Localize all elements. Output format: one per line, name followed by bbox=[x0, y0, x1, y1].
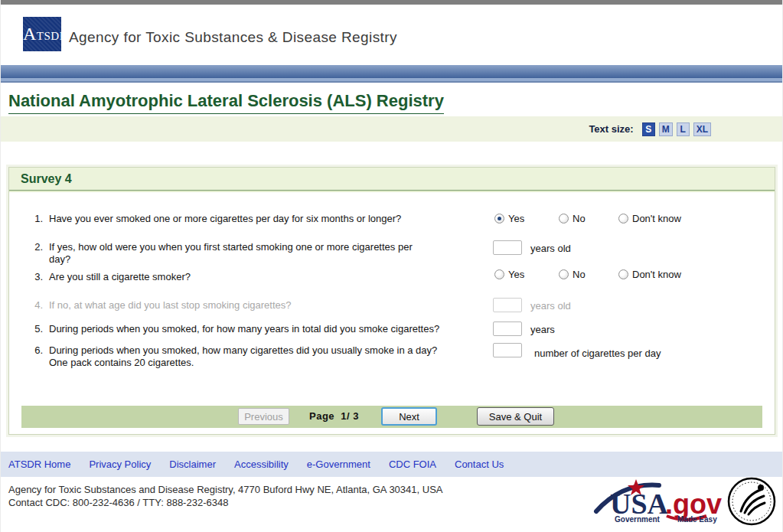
footer-link-disclaimer[interactable]: Disclaimer bbox=[169, 459, 216, 470]
text-size-button-xl[interactable]: XL bbox=[693, 122, 711, 136]
hhs-seal-icon[interactable] bbox=[726, 476, 777, 527]
input-suffix: number of cigarettes per day bbox=[534, 348, 661, 360]
question-text: During periods when you smoked, for how … bbox=[49, 323, 501, 335]
radio-option-no[interactable]: No bbox=[559, 269, 586, 281]
radio-selected-icon[interactable] bbox=[494, 214, 504, 224]
radio-option-label: Don't know bbox=[632, 213, 681, 224]
survey-title: Survey 4 bbox=[21, 172, 72, 186]
question-number: 2. bbox=[28, 241, 43, 253]
cigarettes-per-day-input[interactable] bbox=[493, 343, 522, 357]
years-smoked-input[interactable] bbox=[493, 321, 522, 336]
radio-option-label: Yes bbox=[508, 269, 524, 280]
question-line: If yes, how old were you when you first … bbox=[49, 241, 413, 253]
footer-address-line1: Agency for Toxic Substances and Disease … bbox=[8, 483, 443, 496]
radio-option-yes[interactable]: Yes bbox=[494, 269, 524, 281]
radio-icon[interactable] bbox=[559, 214, 569, 224]
footer-link-e-government[interactable]: e-Government bbox=[307, 459, 370, 470]
question-text: Have you ever smoked one or more cigaret… bbox=[49, 213, 489, 225]
question-number: 6. bbox=[28, 344, 43, 357]
radio-option-label: No bbox=[573, 269, 586, 280]
usagov-tagline-left: Government bbox=[615, 515, 661, 524]
age-stopped-input bbox=[493, 298, 522, 312]
footer-address: Agency for Toxic Substances and Disease … bbox=[8, 483, 443, 509]
footer-link-cdc-foia[interactable]: CDC FOIA bbox=[389, 459, 436, 470]
question-text: If yes, how old were you when you first … bbox=[49, 241, 489, 266]
text-size-label: Text size: bbox=[589, 123, 633, 135]
save-and-quit-button[interactable]: Save & Quit bbox=[477, 407, 554, 426]
atsdr-logo[interactable]: ATSDR bbox=[23, 17, 61, 51]
footer-link-accessibility[interactable]: Accessibility bbox=[234, 459, 289, 470]
page-label: Page bbox=[309, 410, 334, 422]
usagov-logo[interactable]: USA .gov Government Made Easy bbox=[592, 478, 723, 525]
page-value: 1/ 3 bbox=[341, 410, 359, 422]
question-line: One pack contains 20 cigarettes. bbox=[49, 357, 194, 368]
footer-address-line2: Contact CDC: 800-232-4636 / TTY: 888-232… bbox=[8, 496, 443, 509]
svg-text:Made Easy: Made Easy bbox=[677, 515, 717, 524]
radio-option-yes[interactable]: Yes bbox=[494, 213, 524, 225]
question-line: Are you still a cigarette smoker? bbox=[49, 271, 191, 282]
text-size-button-l[interactable]: L bbox=[677, 122, 690, 136]
usagov-logo-icon: USA .gov Government Made Easy bbox=[592, 478, 723, 525]
question-text: During periods when you smoked, how many… bbox=[49, 344, 501, 369]
page-title: National Amyotrophic Lateral Sclerosis (… bbox=[8, 91, 444, 114]
footer-links-bar: ATSDR Home Privacy Policy Disclaimer Acc… bbox=[1, 452, 782, 477]
question-number: 1. bbox=[28, 213, 43, 225]
usagov-tagline-right: Made Easy bbox=[677, 515, 717, 524]
radio-option-dont-know[interactable]: Don't know bbox=[618, 269, 681, 281]
page: ATSDR Agency for Toxic Substances & Dise… bbox=[0, 0, 783, 532]
footer-link-atsdr-home[interactable]: ATSDR Home bbox=[8, 459, 70, 470]
input-suffix: years old bbox=[530, 243, 571, 255]
page-indicator: Page 1/ 3 bbox=[309, 410, 359, 422]
input-suffix: years old bbox=[530, 300, 571, 312]
survey-panel: Survey 4 1. Have you ever smoked one or … bbox=[8, 167, 775, 435]
footer-link-contact-us[interactable]: Contact Us bbox=[455, 459, 504, 470]
radio-option-label: No bbox=[573, 213, 586, 224]
question-line: Have you ever smoked one or more cigaret… bbox=[49, 213, 401, 224]
radio-icon[interactable] bbox=[559, 269, 569, 279]
text-size-button-s[interactable]: S bbox=[642, 122, 655, 136]
question-line: During periods when you smoked, how many… bbox=[49, 344, 437, 356]
text-size-button-m[interactable]: M bbox=[659, 122, 673, 136]
question-line: If no, at what age did you last stop smo… bbox=[49, 299, 292, 311]
question-number: 5. bbox=[28, 323, 43, 335]
question-line: day? bbox=[49, 253, 70, 265]
input-suffix: years bbox=[530, 324, 555, 336]
site-header: ATSDR Agency for Toxic Substances & Dise… bbox=[1, 5, 782, 65]
svg-text:Government: Government bbox=[615, 515, 661, 524]
survey-panel-header: Survey 4 bbox=[9, 168, 775, 191]
radio-option-label: Don't know bbox=[632, 269, 681, 280]
radio-option-dont-know[interactable]: Don't know bbox=[618, 213, 681, 225]
survey-nav-bar: Previous Page 1/ 3 Next Save & Quit bbox=[21, 406, 762, 428]
atsdr-logo-letter: A bbox=[23, 24, 37, 44]
radio-option-label: Yes bbox=[508, 213, 524, 224]
blue-divider-bar bbox=[1, 65, 782, 83]
question-text: If no, at what age did you last stop smo… bbox=[49, 299, 489, 312]
atsdr-logo-rest: TSDR bbox=[37, 30, 67, 42]
question-line: During periods when you smoked, for how … bbox=[49, 323, 439, 335]
footer-link-privacy-policy[interactable]: Privacy Policy bbox=[89, 459, 151, 470]
radio-icon[interactable] bbox=[618, 214, 628, 224]
previous-button[interactable]: Previous bbox=[238, 408, 289, 425]
radio-icon[interactable] bbox=[618, 269, 628, 279]
radio-icon[interactable] bbox=[494, 269, 504, 279]
question-text: Are you still a cigarette smoker? bbox=[49, 271, 489, 283]
agency-name: Agency for Toxic Substances & Disease Re… bbox=[69, 29, 397, 46]
next-button[interactable]: Next bbox=[381, 407, 437, 426]
question-number: 3. bbox=[28, 271, 43, 283]
question-number: 4. bbox=[28, 299, 43, 312]
age-started-input[interactable] bbox=[493, 240, 522, 255]
radio-option-no[interactable]: No bbox=[559, 213, 586, 225]
text-size-bar: Text size: S M L XL bbox=[1, 116, 782, 142]
